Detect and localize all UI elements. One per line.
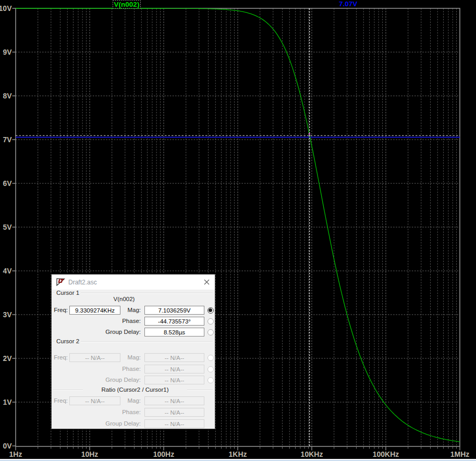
svg-text:5V: 5V: [3, 223, 12, 231]
svg-text:1Hz: 1Hz: [9, 450, 22, 458]
svg-text:10KHz: 10KHz: [301, 450, 323, 458]
svg-text:V(n002): V(n002): [114, 1, 140, 8]
svg-text:4V: 4V: [3, 267, 12, 275]
svg-text:3V: 3V: [3, 310, 12, 319]
svg-text:1MHz: 1MHz: [450, 450, 470, 458]
svg-text:100Hz: 100Hz: [153, 450, 174, 458]
svg-text:0V: 0V: [3, 442, 12, 450]
svg-text:10V: 10V: [0, 4, 12, 13]
svg-text:8V: 8V: [3, 92, 12, 100]
svg-text:7V: 7V: [3, 135, 12, 144]
svg-text:10Hz: 10Hz: [81, 450, 99, 458]
svg-text:100KHz: 100KHz: [373, 450, 399, 458]
svg-text:1V: 1V: [3, 398, 12, 406]
svg-text:6V: 6V: [3, 179, 12, 188]
svg-text:7.07V: 7.07V: [339, 0, 357, 8]
svg-text:1KHz: 1KHz: [228, 450, 247, 458]
svg-text:2V: 2V: [3, 354, 12, 363]
svg-text:9V: 9V: [3, 48, 12, 56]
